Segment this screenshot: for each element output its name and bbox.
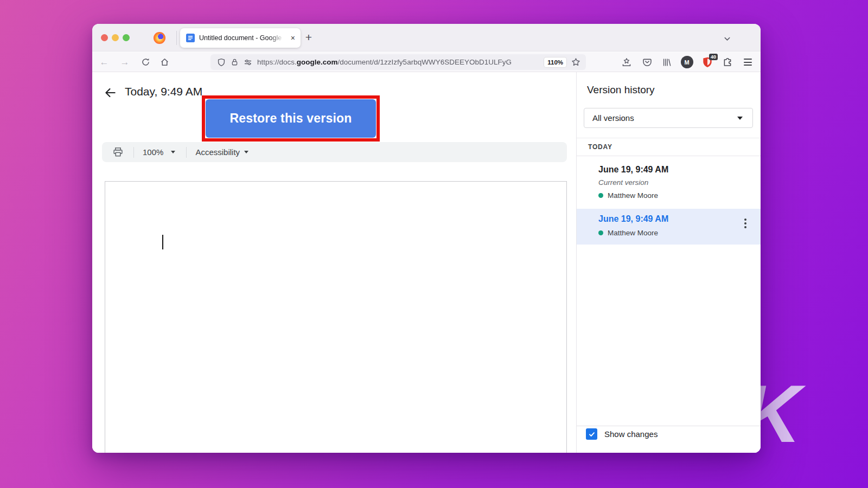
import-bookmarks-icon[interactable] xyxy=(619,52,634,72)
back-button[interactable]: ← xyxy=(97,52,112,72)
section-header-today: TODAY xyxy=(577,138,761,156)
print-icon[interactable] xyxy=(102,147,133,157)
dropdown-caret xyxy=(737,117,743,120)
version-timestamp: June 19, 9:49 AM xyxy=(598,165,761,175)
browser-window: Untitled document - Google Do × + ← → xyxy=(92,24,761,453)
accessibility-menu[interactable]: Accessibility xyxy=(187,147,248,157)
forward-button[interactable]: → xyxy=(117,52,132,72)
document-page[interactable] xyxy=(105,181,567,453)
lock-icon[interactable] xyxy=(231,58,239,66)
annotation-highlight-box: Restore this version xyxy=(202,95,380,142)
kebab-menu-icon[interactable] xyxy=(742,216,749,230)
desktop-background: { "browser": { "tab_bar": { "tab_title":… xyxy=(0,0,868,488)
presence-dot xyxy=(598,193,603,198)
dropdown-caret xyxy=(171,151,175,153)
adblock-counter-badge: 40 xyxy=(709,54,718,61)
panel-title: Version history xyxy=(587,84,655,96)
divider xyxy=(577,426,761,426)
tab-untitled-document[interactable]: Untitled document - Google Do × xyxy=(180,28,301,48)
extensions-puzzle-icon[interactable] xyxy=(720,52,735,72)
tracking-shield-icon[interactable] xyxy=(217,58,226,67)
home-button[interactable] xyxy=(157,52,172,72)
close-tab-icon[interactable]: × xyxy=(290,33,296,43)
checkbox-checked[interactable] xyxy=(586,428,597,440)
bookmark-star-icon[interactable] xyxy=(571,57,580,67)
tab-title: Untitled document - Google Do xyxy=(199,34,285,42)
author-name: Matthew Moore xyxy=(608,229,658,237)
page-zoom-badge[interactable]: 110% xyxy=(544,57,566,67)
dropdown-caret xyxy=(244,151,248,153)
zoom-select[interactable]: 100% xyxy=(134,147,186,157)
show-changes-label: Show changes xyxy=(604,429,658,439)
version-filter-dropdown[interactable]: All versions xyxy=(584,108,753,128)
account-avatar[interactable]: M xyxy=(679,52,694,72)
divider xyxy=(176,31,177,45)
url-address-field[interactable]: https://docs.google.com/document/d/1zzIz… xyxy=(210,54,586,70)
chevron-down-icon[interactable] xyxy=(720,32,733,45)
text-cursor xyxy=(162,235,163,249)
permissions-icon[interactable] xyxy=(244,58,252,67)
restore-version-button[interactable]: Restore this version xyxy=(206,99,376,138)
version-title: Today, 9:49 AM xyxy=(125,85,202,98)
firefox-icon xyxy=(154,32,165,44)
google-docs-favicon xyxy=(186,34,195,42)
library-icon[interactable] xyxy=(659,52,674,72)
show-changes-toggle[interactable]: Show changes xyxy=(586,428,658,440)
tab-bar: Untitled document - Google Do × + xyxy=(92,24,761,52)
new-tab-button[interactable]: + xyxy=(301,29,317,46)
minimize-window-button[interactable] xyxy=(112,34,119,41)
adblock-shield-icon[interactable]: 40 xyxy=(700,52,715,72)
presence-dot xyxy=(598,230,603,235)
current-version-tag: Current version xyxy=(598,178,761,187)
menu-hamburger-icon[interactable] xyxy=(740,52,755,72)
refresh-button[interactable] xyxy=(138,52,153,72)
navigation-bar: ← → https://docs.google.com/document/d/1… xyxy=(92,52,761,72)
version-entry-current[interactable]: June 19, 9:49 AM Current version Matthew… xyxy=(577,160,761,200)
maximize-window-button[interactable] xyxy=(123,34,130,41)
pocket-icon[interactable] xyxy=(640,52,655,72)
version-entry-selected[interactable]: June 19, 9:49 AM Matthew Moore xyxy=(577,209,761,245)
author-name: Matthew Moore xyxy=(608,191,658,200)
close-window-button[interactable] xyxy=(101,34,108,41)
document-toolbar: 100% Accessibility xyxy=(102,142,567,162)
version-history-panel: Version history All versions TODAY June … xyxy=(576,72,761,453)
back-arrow-icon[interactable] xyxy=(103,86,118,101)
version-timestamp: June 19, 9:49 AM xyxy=(598,214,761,224)
url-text: https://docs.google.com/document/d/1zzIz… xyxy=(257,58,539,66)
